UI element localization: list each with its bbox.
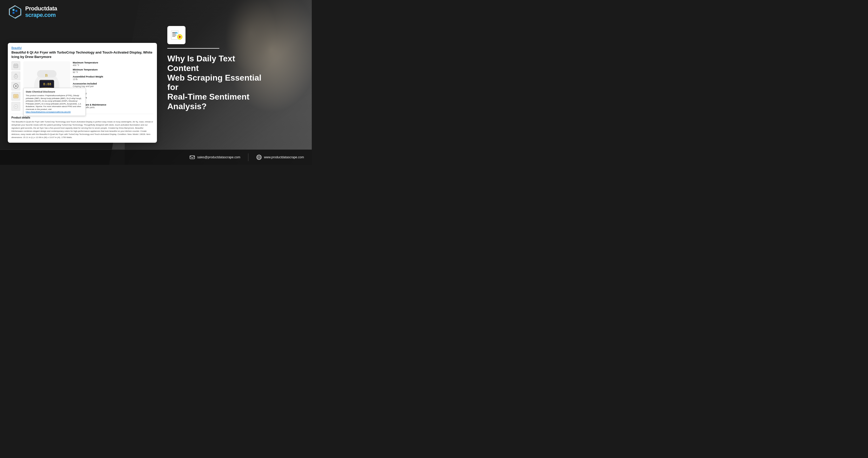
headline: Why Is Daily Text Content Web Scraping E… (167, 54, 266, 111)
svg-rect-6 (14, 63, 15, 64)
svg-rect-8 (14, 65, 18, 66)
svg-rect-29 (172, 36, 175, 37)
logo-suffix: .com (43, 12, 56, 18)
chemical-popup-link[interactable]: https://beautifulbydrew.com/pages/califo… (26, 111, 71, 113)
svg-point-16 (15, 106, 17, 108)
svg-rect-10 (15, 74, 17, 75)
footer-email-item: sales@productdatascrape.com (189, 154, 240, 160)
chemical-popup-text: This product conatins: Polytetrafluoroet… (26, 94, 83, 114)
chemical-popup-title: State Chemical Disclosure (26, 90, 83, 94)
headline-line2: Web Scraping Essential for (167, 73, 261, 92)
svg-rect-7 (17, 63, 17, 64)
footer-website-item: www.productdatascrape.com (256, 154, 304, 160)
icon-divider (167, 48, 219, 49)
main-content: Beautiful Beautiful 6 Qt Air Fryer with … (0, 21, 312, 165)
svg-rect-33 (190, 156, 194, 159)
thumbnail-play[interactable] (11, 82, 20, 90)
right-panel: Why Is Daily Text Content Web Scraping E… (162, 21, 312, 165)
svg-marker-0 (9, 6, 21, 18)
footer: sales@productdatascrape.com www.productd… (0, 149, 312, 165)
svg-rect-11 (15, 76, 17, 77)
spec-min-temp: Minimum Temperature 90 °F (73, 68, 114, 73)
web-scraping-icon (170, 29, 183, 41)
thumbnail-3[interactable] (11, 92, 20, 100)
svg-rect-4 (12, 12, 14, 14)
svg-rect-15 (15, 104, 17, 105)
email-icon (189, 154, 195, 160)
spec-max-temp: Maximum Temperature 400 °F (73, 61, 114, 66)
product-body: 8:88 B State Chemical Disclosure This pr… (11, 61, 153, 111)
svg-rect-3 (15, 10, 17, 12)
footer-email: sales@productdatascrape.com (197, 155, 240, 159)
svg-rect-30 (175, 32, 178, 34)
footer-divider (248, 153, 248, 161)
logo: Productdata scrape.com (8, 5, 57, 19)
product-card: Beautiful Beautiful 6 Qt Air Fryer with … (8, 43, 157, 143)
logo-text-top: Productdata (25, 5, 57, 12)
thumbnails (11, 61, 21, 111)
logo-text: Productdata scrape.com (25, 5, 57, 18)
footer-website: www.productdatascrape.com (264, 155, 304, 159)
logo-text-bottom: scrape.com (25, 12, 57, 18)
svg-text:B: B (45, 73, 48, 78)
header: Productdata scrape.com (0, 0, 312, 24)
chemical-popup: State Chemical Disclosure This product c… (23, 88, 86, 116)
headline-line4: Analysis? (167, 102, 207, 111)
left-panel: Beautiful Beautiful 6 Qt Air Fryer with … (0, 21, 162, 165)
product-details: Product details The Beautiful 6-Quart Ai… (11, 114, 153, 139)
thumbnail-2[interactable] (11, 71, 20, 80)
website-icon (256, 154, 262, 160)
headline-line3: Real-Time Sentiment (167, 92, 249, 101)
svg-text:8:88: 8:88 (43, 82, 52, 86)
product-title: Beautiful 6 Qt Air Fryer with TurboCrisp… (11, 51, 153, 59)
spec-weight: Assembled Product Weight 13 lb (73, 75, 114, 81)
product-details-title: Product details (11, 116, 153, 119)
thumbnail-1[interactable] (11, 61, 20, 70)
main-product-image: 8:88 B State Chemical Disclosure This pr… (23, 61, 70, 111)
thumbnail-4[interactable] (11, 102, 20, 111)
logo-scrape: scrape (25, 12, 43, 18)
svg-rect-13 (14, 95, 18, 97)
spec-accessories: Accessories Included Crisping tray and p… (73, 82, 114, 88)
product-brand[interactable]: Beautiful (11, 47, 153, 50)
headline-line1: Why Is Daily Text Content (167, 54, 235, 73)
svg-rect-2 (12, 9, 14, 11)
product-details-text: The Beautiful 6-Quart Air Fryer with Tur… (11, 120, 153, 139)
svg-rect-28 (172, 35, 177, 35)
logo-icon (8, 5, 22, 19)
feature-icon-box (167, 26, 186, 44)
